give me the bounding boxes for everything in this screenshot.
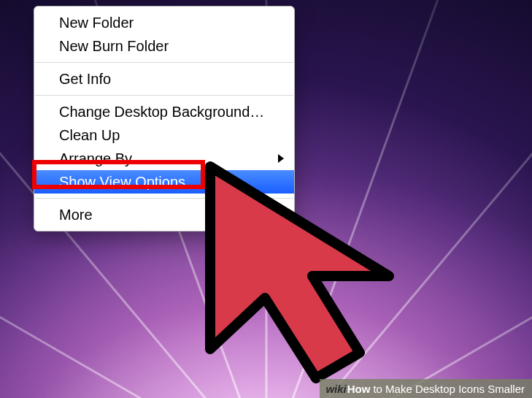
menu-item-clean-up[interactable]: Clean Up	[34, 123, 294, 147]
menu-item-change-desktop-background[interactable]: Change Desktop Background…	[34, 100, 294, 123]
menu-item-get-info[interactable]: Get Info	[34, 67, 294, 91]
desktop-background: New Folder New Burn Folder Get Info Chan…	[0, 0, 532, 398]
menu-item-more[interactable]: More	[34, 203, 294, 226]
context-menu: New Folder New Burn Folder Get Info Chan…	[34, 6, 295, 231]
menu-item-new-burn-folder[interactable]: New Burn Folder	[34, 34, 294, 58]
menu-separator	[35, 62, 293, 63]
menu-item-label: Arrange By	[59, 150, 132, 167]
brand-how: How	[347, 383, 371, 395]
menu-separator	[35, 95, 293, 96]
submenu-arrow-icon	[278, 154, 284, 163]
menu-item-new-folder[interactable]: New Folder	[34, 11, 294, 34]
caption-text: to Make Desktop Icons Smaller	[373, 383, 525, 395]
brand-wiki: wiki	[325, 383, 346, 395]
menu-item-arrange-by[interactable]: Arrange By	[34, 147, 294, 170]
caption-bar: wikiHow to Make Desktop Icons Smaller	[320, 379, 532, 398]
menu-item-show-view-options[interactable]: Show View Options	[34, 170, 294, 194]
menu-separator	[35, 198, 293, 199]
